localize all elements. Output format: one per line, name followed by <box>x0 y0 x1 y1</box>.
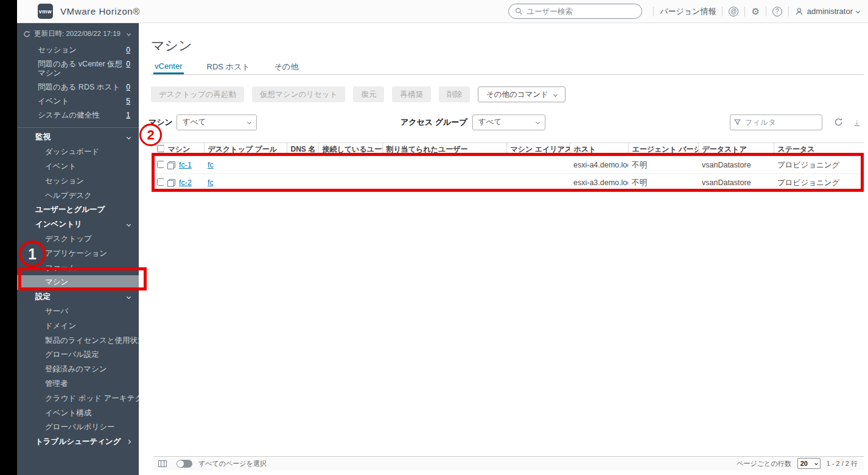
header-divider <box>744 7 745 16</box>
status-cell: プロビジョニング <box>774 157 864 174</box>
row-checkbox[interactable] <box>157 178 164 186</box>
select-all-pages-toggle[interactable] <box>177 460 192 468</box>
stat-value-link[interactable]: 0 <box>126 60 130 69</box>
sidebar-item-domains[interactable]: ドメイン <box>17 318 139 333</box>
machines-table: マシン デスクトップ プール DNS 名 接続しているユーザー 割り当てられたユ… <box>153 142 864 192</box>
stat-label: セッション <box>38 46 126 55</box>
reset-vm-button[interactable]: 仮想マシンのリセット <box>252 86 345 102</box>
column-header-connected-user[interactable]: 接続しているユーザー <box>318 143 382 157</box>
stat-label: イベント <box>38 97 126 106</box>
row-range-label: 1 - 2 / 2 行 <box>827 459 858 468</box>
machine-link[interactable]: fc-2 <box>179 178 192 187</box>
column-header-dns-name[interactable]: DNS 名 <box>287 143 318 157</box>
sidebar-section-monitoring[interactable]: 監視 <box>17 130 139 145</box>
sidebar-stats: セッション 0 問題のある vCenter 仮想マシン 0 問題のある RDS … <box>17 42 139 127</box>
row-checkbox-cell[interactable] <box>153 157 164 174</box>
rebuild-button[interactable]: 再構築 <box>392 86 431 102</box>
stat-value-link[interactable]: 0 <box>126 83 130 92</box>
stat-value-link[interactable]: 1 <box>126 111 130 120</box>
app-title: VMware Horizon® <box>60 6 140 16</box>
column-header-agent-version[interactable]: エージェント バージョン <box>628 143 698 157</box>
tab-bar: vCenter RDS ホスト その他 <box>151 60 864 75</box>
tab-vcenter[interactable]: vCenter <box>153 60 184 74</box>
sidebar-item-servers[interactable]: サーバ <box>17 304 139 319</box>
sidebar-item-global-settings[interactable]: グローバル設定 <box>17 348 139 362</box>
nav-label: ダッシュボード <box>45 147 99 157</box>
column-header-desktop-pool[interactable]: デスクトップ プール <box>204 143 287 157</box>
sidebar-item-desktops[interactable]: デスクトップ <box>17 232 139 247</box>
sidebar-item-farms[interactable]: ファーム <box>17 261 139 275</box>
connected-user-cell <box>318 174 382 192</box>
download-icon[interactable]: ↓ <box>855 118 860 126</box>
column-header-machine-alias[interactable]: マシン エイリアス <box>506 143 570 157</box>
sidebar-item-machines[interactable]: マシン <box>17 275 139 290</box>
sidebar-nav: 監視 ダッシュボード イベント セッション ヘルプデスク ユーザーとグループ イ… <box>17 128 139 449</box>
stat-problem-rds-hosts[interactable]: 問題のある RDS ホスト 0 <box>17 80 139 94</box>
column-header-machine[interactable]: マシン <box>164 143 204 157</box>
sidebar-item-helpdesk[interactable]: ヘルプデスク <box>17 188 139 203</box>
version-info-link[interactable]: バージョン情報 <box>660 6 716 17</box>
chevron-down-icon <box>856 9 860 13</box>
help-icon[interactable]: ? <box>772 7 782 16</box>
stat-system-health[interactable]: システムの健全性 1 <box>17 108 139 122</box>
gear-icon[interactable]: ⚙ <box>751 6 759 17</box>
machine-filter-select[interactable]: すべて <box>177 114 257 130</box>
row-checkbox-cell[interactable] <box>153 174 164 192</box>
sidebar-refresh-row[interactable]: 更新日時: 2022/08/22 17:19 <box>17 23 139 42</box>
column-header-datastore[interactable]: データストア <box>698 143 774 157</box>
sidebar-item-administrators[interactable]: 管理者 <box>17 377 139 392</box>
rows-per-page-select[interactable]: 20 <box>797 458 821 469</box>
stat-events[interactable]: イベント 5 <box>17 94 139 108</box>
sidebar-item-dashboard[interactable]: ダッシュボード <box>17 145 139 160</box>
sidebar-item-cloud-pod-architecture[interactable]: クラウド ポッド アーキテクチャ <box>17 391 139 406</box>
nav-label: 監視 <box>35 132 51 142</box>
select-all-checkbox[interactable] <box>157 145 164 152</box>
sidebar-item-global-policies[interactable]: グローバルポリシー <box>17 420 139 435</box>
table-footer: すべてのページを選択 ページごとの行数 20 1 - 2 / 2 行 <box>153 456 864 470</box>
more-commands-dropdown[interactable]: その他のコマンド <box>478 86 565 102</box>
row-checkbox[interactable] <box>157 161 164 168</box>
sidebar-section-troubleshooting[interactable]: トラブルシューティング <box>17 435 139 449</box>
header-divider <box>788 7 789 16</box>
desktop-pool-link[interactable]: fc <box>208 161 214 169</box>
stat-sessions[interactable]: セッション 0 <box>17 43 139 57</box>
stat-value-link[interactable]: 5 <box>126 97 130 106</box>
restart-desktop-button[interactable]: デスクトップの再起動 <box>151 86 244 102</box>
stat-value-link[interactable]: 0 <box>126 46 130 55</box>
filter-row: マシン すべて アクセス グループ すべて ↓ <box>149 114 861 130</box>
user-search-box[interactable] <box>508 4 642 19</box>
sidebar-section-inventory[interactable]: インベントリ <box>17 217 139 232</box>
delete-button[interactable]: 削除 <box>439 86 470 102</box>
access-group-select[interactable]: すべて <box>472 114 545 130</box>
column-header-assigned-user[interactable]: 割り当てられたユーザー <box>382 143 506 157</box>
access-group-value: すべて <box>478 117 502 127</box>
sidebar-item-events[interactable]: イベント <box>17 160 139 174</box>
column-picker-icon[interactable] <box>158 460 167 467</box>
sidebar-item-product-licensing[interactable]: 製品のライセンスと使用状況 <box>17 333 139 348</box>
table-filter-input[interactable] <box>730 114 822 130</box>
user-menu[interactable]: administrator <box>795 7 859 16</box>
sidebar-item-event-configuration[interactable]: イベント構成 <box>17 406 139 420</box>
refresh-table-icon[interactable] <box>834 118 843 127</box>
machine-link[interactable]: fc-1 <box>179 161 192 169</box>
desktop-pool-link[interactable]: fc <box>208 178 214 187</box>
clone-machine-icon <box>167 179 175 187</box>
sidebar-item-registered-machines[interactable]: 登録済みのマシン <box>17 362 139 377</box>
tab-rds-hosts[interactable]: RDS ホスト <box>206 60 251 74</box>
column-header-host[interactable]: ホスト <box>570 143 628 157</box>
chevron-down-icon <box>814 462 818 465</box>
stat-problem-vcenter-vms[interactable]: 問題のある vCenter 仮想マシン 0 <box>17 57 139 80</box>
tab-others[interactable]: その他 <box>273 60 300 74</box>
agent-version-cell: 不明 <box>628 174 698 192</box>
chevron-down-icon <box>127 135 131 139</box>
user-search-input[interactable] <box>527 7 635 16</box>
feedback-icon[interactable]: @ <box>729 7 738 16</box>
sidebar-section-settings[interactable]: 設定 <box>17 290 139 304</box>
select-all-header-cell[interactable] <box>153 143 164 157</box>
sidebar-item-sessions[interactable]: セッション <box>17 174 139 188</box>
table-filter-box[interactable] <box>730 114 822 130</box>
column-header-status[interactable]: ステータス <box>774 143 864 157</box>
sidebar-section-users-and-groups[interactable]: ユーザーとグループ <box>17 203 139 217</box>
sidebar-item-applications[interactable]: アプリケーション <box>17 246 139 261</box>
restore-button[interactable]: 復元 <box>353 86 384 102</box>
